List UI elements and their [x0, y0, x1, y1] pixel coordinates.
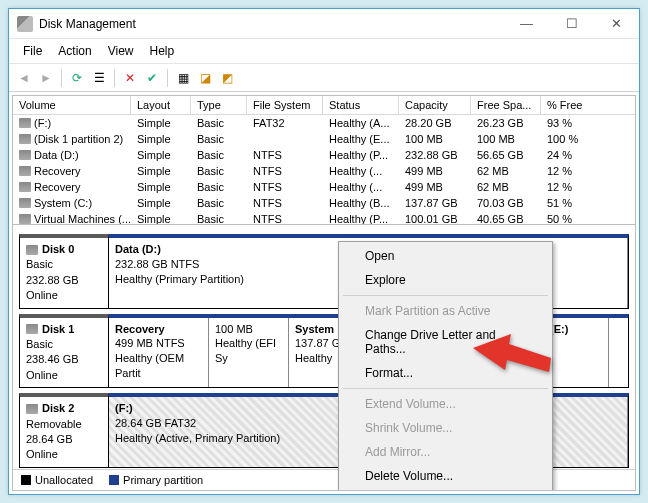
volume-icon [19, 166, 31, 176]
primary-swatch [109, 475, 119, 485]
cancel-icon[interactable]: ✕ [121, 69, 139, 87]
volume-name: Virtual Machines (... [34, 213, 131, 225]
volume-name: (F:) [34, 117, 51, 129]
volume-icon [19, 198, 31, 208]
volume-icon [19, 150, 31, 160]
close-button[interactable]: ✕ [594, 9, 639, 38]
view-icon[interactable]: ☰ [90, 69, 108, 87]
partition[interactable]: 100 MBHealthy (EFI Sy [209, 318, 289, 388]
volume-icon [19, 134, 31, 144]
volume-grid-body[interactable]: (F:)SimpleBasicFAT32Healthy (A...28.20 G… [13, 115, 635, 225]
tool-icon-1[interactable]: ▦ [174, 69, 192, 87]
context-menu-item: Add Mirror... [341, 440, 550, 464]
refresh-icon[interactable]: ⟳ [68, 69, 86, 87]
back-icon[interactable]: ◄ [15, 69, 33, 87]
titlebar[interactable]: Disk Management — ☐ ✕ [9, 9, 639, 39]
col-capacity[interactable]: Capacity [399, 96, 471, 114]
table-row[interactable]: (F:)SimpleBasicFAT32Healthy (A...28.20 G… [13, 115, 635, 131]
menu-action[interactable]: Action [50, 41, 99, 61]
menu-help[interactable]: Help [142, 41, 183, 61]
window-title: Disk Management [39, 17, 504, 31]
context-menu-item[interactable]: Delete Volume... [341, 464, 550, 488]
volume-grid-header: Volume Layout Type File System Status Ca… [13, 96, 635, 115]
context-menu-item: Shrink Volume... [341, 416, 550, 440]
col-pct[interactable]: % Free [541, 96, 601, 114]
unallocated-swatch [21, 475, 31, 485]
volume-icon [19, 118, 31, 128]
volume-name: Recovery [34, 165, 80, 177]
col-layout[interactable]: Layout [131, 96, 191, 114]
toolbar: ◄ ► ⟳ ☰ ✕ ✔ ▦ ◪ ◩ [9, 64, 639, 92]
maximize-button[interactable]: ☐ [549, 9, 594, 38]
col-free[interactable]: Free Spa... [471, 96, 541, 114]
context-menu-item: Mark Partition as Active [341, 299, 550, 323]
volume-name: System (C:) [34, 197, 92, 209]
table-row[interactable]: RecoverySimpleBasicNTFSHealthy (...499 M… [13, 163, 635, 179]
legend-primary: Primary partition [123, 474, 203, 486]
volume-name: Data (D:) [34, 149, 79, 161]
disk-label: Disk 2Removable28.64 GBOnline [19, 393, 109, 468]
menu-file[interactable]: File [15, 41, 50, 61]
col-volume[interactable]: Volume [13, 96, 131, 114]
tool-icon-3[interactable]: ◩ [218, 69, 236, 87]
volume-name: Recovery [34, 181, 80, 193]
col-status[interactable]: Status [323, 96, 399, 114]
disk-label: Disk 0Basic232.88 GBOnline [19, 234, 109, 309]
table-row[interactable]: (Disk 1 partition 2)SimpleBasicHealthy (… [13, 131, 635, 147]
table-row[interactable]: Virtual Machines (...SimpleBasicNTFSHeal… [13, 211, 635, 225]
partition[interactable]: Recovery499 MB NTFSHealthy (OEM Partit [109, 318, 209, 388]
col-type[interactable]: Type [191, 96, 247, 114]
col-fs[interactable]: File System [247, 96, 323, 114]
volume-icon [19, 214, 31, 224]
disk-label: Disk 1Basic238.46 GBOnline [19, 314, 109, 389]
tool-icon-2[interactable]: ◪ [196, 69, 214, 87]
table-row[interactable]: RecoverySimpleBasicNTFSHealthy (...499 M… [13, 179, 635, 195]
content-area: Volume Layout Type File System Status Ca… [12, 95, 636, 491]
volume-icon [19, 182, 31, 192]
context-menu-item[interactable]: Open [341, 244, 550, 268]
menu-view[interactable]: View [100, 41, 142, 61]
volume-name: (Disk 1 partition 2) [34, 133, 123, 145]
menu-bar: File Action View Help [9, 39, 639, 64]
context-menu-item[interactable]: Explore [341, 268, 550, 292]
legend-unallocated: Unallocated [35, 474, 93, 486]
context-menu: OpenExploreMark Partition as ActiveChang… [338, 241, 553, 491]
minimize-button[interactable]: — [504, 9, 549, 38]
context-menu-item: Extend Volume... [341, 392, 550, 416]
context-menu-item[interactable]: Format... [341, 361, 550, 385]
context-menu-item[interactable]: Change Drive Letter and Paths... [341, 323, 550, 361]
forward-icon[interactable]: ► [37, 69, 55, 87]
table-row[interactable]: System (C:)SimpleBasicNTFSHealthy (B...1… [13, 195, 635, 211]
disk-management-window: Disk Management — ☐ ✕ File Action View H… [8, 8, 640, 495]
table-row[interactable]: Data (D:)SimpleBasicNTFSHealthy (P...232… [13, 147, 635, 163]
approve-icon[interactable]: ✔ [143, 69, 161, 87]
app-icon [17, 16, 33, 32]
